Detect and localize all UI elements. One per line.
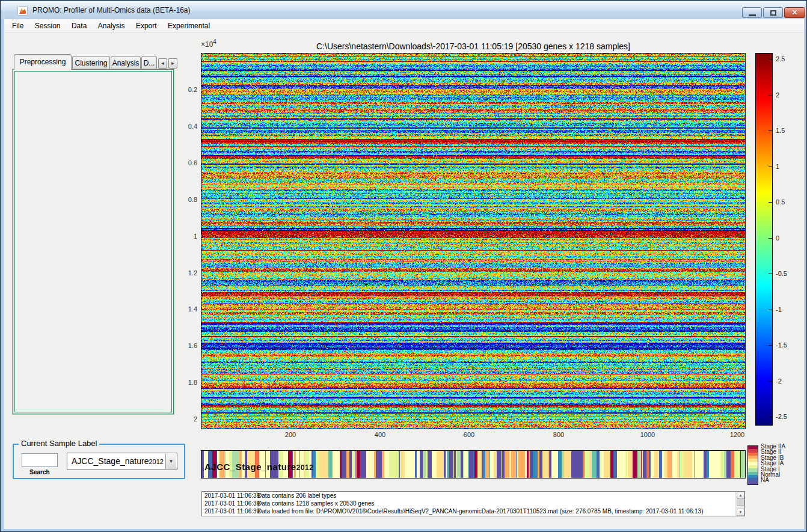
sample-label-strip-title: AJCC_Stage_nature2012 [204,462,313,472]
colorbar-tickmark [769,345,772,346]
colorbar-tick: 1 [776,163,797,170]
scroll-up-button[interactable]: ▲ [737,492,744,499]
colorbar-tickmark [769,95,772,96]
colorbar-tick: 0.5 [776,198,797,206]
legend-color-strip [747,445,758,485]
colorbar-tick: 1.5 [776,127,797,134]
colorbar-tickmark [769,130,772,131]
x-tick: 400 [362,431,398,438]
maximize-button[interactable] [763,7,783,18]
log-line: 2017-03-01 11:06:39Data loaded from file… [202,507,744,515]
search-label: Search [22,469,58,475]
menu-analysis[interactable]: Analysis [94,19,129,33]
log-line: 2017-03-01 11:06:39Data contains 206 lab… [202,492,744,500]
menu-bar: File Session Data Analysis Export Experi… [4,19,804,33]
y-tick: 0.6 [173,159,197,167]
y-tick: 1 [173,233,197,240]
close-button[interactable]: ✕ [784,7,805,18]
colorbar-tick: -0.5 [776,270,797,277]
x-tick: 600 [451,431,487,438]
scrollbar-thumb[interactable] [737,500,744,506]
colorbar-tickmark [769,167,772,167]
menu-experimental[interactable]: Experimental [164,19,214,33]
menu-file[interactable]: File [8,19,28,33]
colorbar-tick: -1.5 [776,341,797,349]
chevron-left-icon: ◄ [161,61,165,66]
colorbar-tickmark [769,202,772,203]
heatmap-title: C:\Users\netastern\Downloads\-2017-03-01… [201,41,745,51]
y-tick: 0.4 [173,123,197,130]
colorbar-tickmark [769,417,772,417]
y-tick: 1.2 [173,269,197,277]
dropdown-value: AJCC_Stage_nature [72,456,149,466]
matlab-app-icon [17,6,28,16]
tab-scroll-right-button[interactable]: ► [168,58,177,69]
heatmap-plot[interactable] [201,53,746,429]
sample-label-dropdown[interactable]: AJCC_Stage_nature2012 ▼ [67,453,177,470]
tab-d-truncated[interactable]: D... [141,56,157,70]
y-tick: 1.8 [173,379,197,386]
log-window: 2017-03-01 11:06:39Data contains 206 lab… [201,491,745,516]
scroll-down-button[interactable]: ▼ [737,509,744,516]
y-tick: 1.4 [173,305,197,313]
tab-analysis[interactable]: Analysis [111,56,141,70]
chevron-down-icon: ▼ [169,459,174,464]
tab-clustering[interactable]: Clustering [72,56,110,70]
colorbar-tick: -2 [776,378,797,385]
current-sample-label-title: Current Sample Label [19,439,99,448]
colorbar-tickmark [769,381,772,382]
close-icon: ✕ [785,8,805,17]
scroll-down-icon: ▼ [739,510,743,514]
y-tick: 2 [173,415,197,423]
app-window: PROMO: Profiler of Multi-Omics data (BET… [0,0,807,532]
colorbar [755,53,773,426]
y-tick: 0.8 [173,196,197,203]
colorbar-tick: -2.5 [776,413,797,420]
colorbar-tickmark [769,274,772,274]
minimize-button[interactable] [742,7,762,18]
log-scrollbar[interactable]: ▲ ▼ [735,492,744,516]
y-tick: 1.6 [173,342,197,349]
dropdown-value-suffix: 2012 [149,458,163,465]
legend-entry: NA [761,477,785,483]
minimize-icon [749,14,756,16]
legend-labels: Stage IIA Stage II Stage IB Stage IA Sta… [761,444,785,483]
dropdown-arrow-button[interactable]: ▼ [165,454,176,469]
colorbar-tick: 2 [776,91,797,99]
menu-session[interactable]: Session [31,19,65,33]
menu-data[interactable]: Data [67,19,91,33]
x-tick: 200 [272,431,308,438]
x-tick: 800 [541,431,577,438]
tab-scroll-left-button[interactable]: ◄ [158,58,167,69]
heatmap-canvas [201,54,745,429]
colorbar-tick: 0 [776,234,797,242]
tab-preprocessing[interactable]: Preprocessing [14,54,72,70]
window-title: PROMO: Profiler of Multi-Omics data (BET… [32,1,191,19]
menu-export[interactable]: Export [132,19,161,33]
scroll-up-icon: ▲ [739,494,743,497]
y-tick: 0.2 [173,86,197,93]
preprocessing-panel [13,69,174,414]
colorbar-tickmark [769,310,772,310]
maximize-icon [770,10,776,16]
colorbar-tickmark [769,238,772,239]
colorbar-tick: -1 [776,306,797,313]
x-tick: 1000 [630,431,666,438]
log-line: 2017-03-01 11:06:39Data contains 1218 sa… [202,500,744,507]
colorbar-tickmark [769,59,772,60]
title-bar: PROMO: Profiler of Multi-Omics data (BET… [1,1,806,19]
colorbar-tick: 2.5 [776,55,797,63]
search-input[interactable] [22,453,58,467]
x-tick: 1200 [719,431,755,438]
y-axis-multiplier: ×104 [201,38,216,49]
chevron-right-icon: ► [171,61,176,66]
